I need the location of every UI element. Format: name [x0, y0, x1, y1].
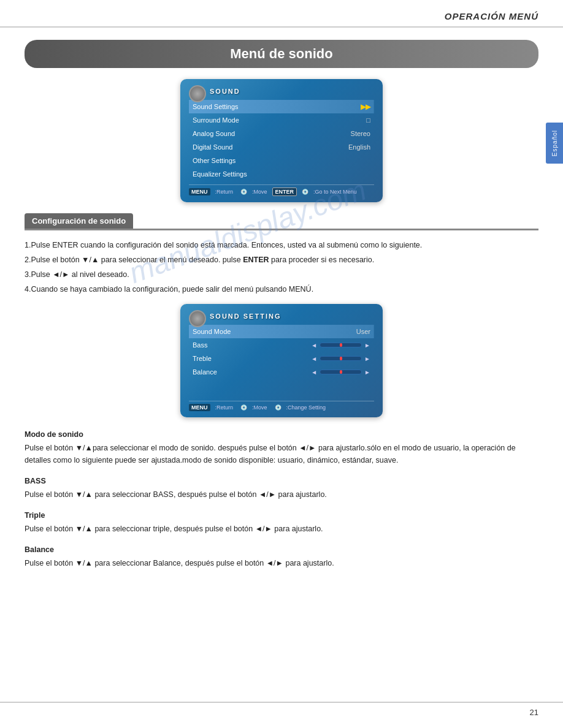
tv1-menu-row-3: Digital Sound English [189, 140, 374, 154]
tv1-menu-item-2-label: Analog Sound [189, 127, 314, 140]
header-title: OPERACIÓN MENÚ [445, 11, 538, 21]
sidebar-label: Español [551, 130, 558, 156]
tv1-disc2-icon: 💿 [302, 189, 308, 195]
bass-left-arrow: ◄ [311, 342, 317, 349]
treble-right-arrow: ► [364, 355, 370, 362]
tv2-menu-item-3-value: ◄ ► [307, 365, 374, 379]
tv-speaker-icon [189, 85, 206, 102]
text-body-bass: Pulse el botón ▼/▲ para seleccionar BASS… [25, 488, 538, 501]
section1-title: Menú de sonido [37, 46, 526, 62]
section2-title: Configuración de sonido [25, 213, 133, 229]
section2-bar [25, 229, 538, 230]
footer-page-number: 21 [530, 708, 538, 717]
text-label-triple: Triple [25, 509, 538, 521]
bass-right-arrow: ► [364, 342, 370, 349]
tv1-menu-btn: MENU [189, 188, 210, 195]
text-body-modo: Pulse el botón ▼/▲para seleccionar el mo… [25, 442, 538, 466]
tv2-menu-item-2-label: Treble [189, 352, 307, 365]
instruction-1: 1.Pulse ENTER cuando la configuración de… [25, 239, 538, 251]
tv-screen-2: SOUND SETTING Sound Mode User Bass ◄ [180, 304, 383, 417]
instruction-3: 3.Pulse ◄/► al nivel deseado. [25, 268, 538, 281]
tv1-menu-row-4: Other Settings [189, 154, 374, 167]
text-body-triple: Pulse el botón ▼/▲ para seleccionar trip… [25, 523, 538, 535]
section2-block: Configuración de sonido [25, 213, 538, 230]
tv1-footer: MENU :Return 💿 :Move ENTER 💿 :Go to Next… [189, 184, 374, 196]
tv2-menu-item-3-label: Balance [189, 365, 307, 379]
treble-left-arrow: ◄ [311, 355, 317, 362]
sidebar-right: Español [546, 123, 563, 164]
tv2-menu-item-0-label: Sound Mode [189, 325, 307, 338]
tv1-menu-item-4-value [314, 154, 374, 167]
balance-left-arrow: ◄ [311, 369, 317, 376]
tv2-disc-icon: 💿 [240, 404, 247, 411]
tv-screen-2-inner: SOUND SETTING Sound Mode User Bass ◄ [189, 310, 374, 411]
tv1-menu-row-0: Sound Settings ▶▶ [189, 100, 374, 113]
tv2-menu-table: Sound Mode User Bass ◄ [189, 325, 374, 379]
tv1-move-label: :Move [252, 189, 267, 195]
tv1-disc-icon: 💿 [240, 189, 247, 195]
tv-screen-1: SOUND Sound Settings ▶▶ Surround Mode □ [180, 79, 383, 202]
tv2-menu-row-3: Balance ◄ ► [189, 365, 374, 379]
balance-slider-fill [340, 370, 342, 374]
text-label-modo: Modo de sonido [25, 428, 538, 441]
tv2-sound-label: SOUND SETTING [210, 310, 281, 320]
text-section-triple: Triple Pulse el botón ▼/▲ para seleccion… [25, 509, 538, 535]
tv2-footer: MENU :Return 💿 :Move 💿 :Change Setting [189, 401, 374, 411]
balance-slider: ◄ ► [311, 369, 370, 376]
tv2-change-label: :Change Setting [286, 404, 326, 411]
tv1-menu-item-1-label: Surround Mode [189, 113, 314, 127]
text-section-bass: BASS Pulse el botón ▼/▲ para seleccionar… [25, 475, 538, 501]
instruction-2: 2.Pulse el botón ▼/▲ para seleccionar el… [25, 254, 538, 266]
tv2-speaker-icon [189, 310, 206, 327]
tv1-menu-row-1: Surround Mode □ [189, 113, 374, 127]
tv1-menu-item-5-label: Equalizer Settings [189, 167, 314, 181]
balance-slider-bar [320, 370, 362, 374]
treble-slider-bar [320, 356, 362, 361]
tv2-move-label: :Move [252, 404, 267, 411]
tv2-menu-item-0-value: User [307, 325, 374, 338]
treble-slider: ◄ ► [311, 355, 370, 362]
tv2-menu-row-0: Sound Mode User [189, 325, 374, 338]
text-body-balance: Pulse el botón ▼/▲ para seleccionar Bala… [25, 557, 538, 569]
text-section-modo: Modo de sonido Pulse el botón ▼/▲para se… [25, 428, 538, 466]
tv2-return-label: :Return [215, 404, 234, 411]
main-content: Menú de sonido SOUND Sound Settings ▶▶ [0, 28, 563, 590]
tv1-menu-item-4-label: Other Settings [189, 154, 314, 167]
tv2-disc2-icon: 💿 [275, 404, 282, 411]
text-label-balance: Balance [25, 544, 538, 556]
tv1-menu-item-5-value [314, 167, 374, 181]
tv1-menu-row-5: Equalizer Settings [189, 167, 374, 181]
tv2-menu-item-1-value: ◄ ► [307, 338, 374, 352]
tv1-menu-item-1-value: □ [314, 113, 374, 127]
tv1-menu-row-2: Analog Sound Stereo [189, 127, 374, 140]
tv1-menu-table: Sound Settings ▶▶ Surround Mode □ Analog… [189, 100, 374, 181]
footer: 21 [0, 702, 563, 722]
text-label-bass: BASS [25, 475, 538, 487]
bass-slider-fill [340, 343, 342, 347]
tv1-sound-label: SOUND [210, 85, 240, 95]
treble-slider-fill [340, 357, 342, 360]
tv1-menu-item-0-value: ▶▶ [314, 100, 374, 113]
tv2-menu-row-2: Treble ◄ ► [189, 352, 374, 365]
tv1-menu-item-0-label: Sound Settings [189, 100, 314, 113]
tv1-menu-item-3-value: English [314, 140, 374, 154]
tv1-menu-item-3-label: Digital Sound [189, 140, 314, 154]
balance-right-arrow: ► [364, 369, 370, 376]
tv-screen-1-inner: SOUND Sound Settings ▶▶ Surround Mode □ [189, 85, 374, 196]
tv2-spacer [189, 379, 374, 397]
tv2-menu-item-1-label: Bass [189, 338, 307, 352]
header: OPERACIÓN MENÚ [0, 0, 563, 28]
page: Español OPERACIÓN MENÚ Menú de sonido SO… [0, 0, 563, 728]
section1-title-bar: Menú de sonido [25, 40, 538, 68]
tv1-return-label: :Return [215, 189, 234, 195]
bass-slider: ◄ ► [311, 342, 370, 349]
instructions-block: 1.Pulse ENTER cuando la configuración de… [25, 239, 538, 295]
tv2-menu-btn: MENU [189, 404, 210, 411]
tv2-menu-row-1: Bass ◄ ► [189, 338, 374, 352]
text-section-balance: Balance Pulse el botón ▼/▲ para seleccio… [25, 544, 538, 569]
tv2-menu-item-2-value: ◄ ► [307, 352, 374, 365]
instruction-4: 4.Cuando se haya cambiado la configuraci… [25, 283, 538, 295]
tv1-menu-item-2-value: Stereo [314, 127, 374, 140]
tv1-enter-btn: ENTER [272, 188, 297, 196]
tv1-next-label: :Go to Next Menu [313, 189, 357, 195]
